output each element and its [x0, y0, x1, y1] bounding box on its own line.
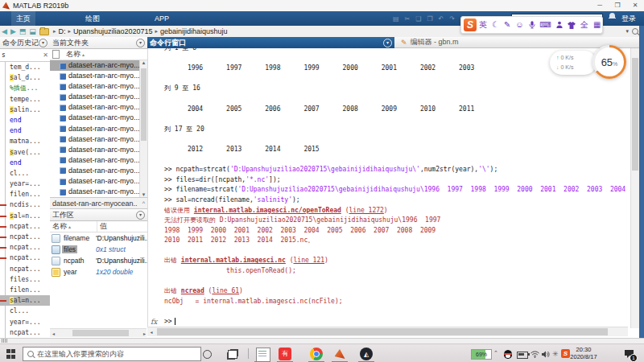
panel-menu-icon[interactable]: ▾: [136, 211, 145, 220]
command-window-output[interactable]: 列 1 至 8 1996 1997 1998 1999 2000 2001 20…: [147, 48, 629, 328]
file-list-item[interactable]: dataset-ran-arc-myo...: [50, 155, 147, 166]
error-link[interactable]: line 1272: [349, 207, 384, 214]
soft-keyboard-icon[interactable]: ⌨: [540, 18, 551, 32]
history-item[interactable]: year=...: [0, 179, 50, 189]
redo-icon[interactable]: ↷: [449, 15, 455, 23]
collapse-icon[interactable]: ^: [142, 200, 145, 206]
history-item[interactable]: tem_d...: [0, 62, 50, 72]
handwriting-icon[interactable]: ✎: [504, 18, 510, 32]
tab-APP[interactable]: APP: [150, 11, 174, 26]
workspace-variable-row[interactable]: filename'D:Upanshujuzili...: [50, 232, 147, 244]
file-list-item[interactable]: dataset-ran-arc-myo...: [50, 113, 147, 123]
tab-绘图[interactable]: 绘图: [80, 11, 105, 26]
matlab-app-icon[interactable]: [333, 348, 346, 360]
ws-value-column[interactable]: 值: [97, 221, 107, 232]
breadcrumb-item[interactable]: Upanshujuziliao2020715: [73, 27, 153, 35]
history-item[interactable]: cl...: [0, 306, 50, 316]
wifi-icon[interactable]: [530, 351, 539, 360]
file-list-item[interactable]: dataset-ran-arc-myo...: [50, 102, 147, 113]
command-window-hscrollbar[interactable]: ◂: [147, 327, 628, 336]
file-list-item[interactable]: dataset-ran-arc-myo...: [50, 81, 147, 92]
history-item[interactable]: filen...: [0, 285, 50, 295]
file-list-item[interactable]: dataset-ran-arc-myo...: [50, 134, 147, 145]
voice-input-icon[interactable]: [529, 21, 535, 29]
history-search-input[interactable]: s ✕: [0, 49, 50, 62]
workspace-variable-row[interactable]: year1x20 double: [50, 266, 147, 278]
qq-icon[interactable]: [504, 350, 512, 359]
task-view-icon[interactable]: [228, 350, 237, 359]
emoji-icon[interactable]: ☺: [515, 18, 523, 32]
volume-icon[interactable]: [542, 351, 550, 360]
chinese-english-toggle[interactable]: 英: [479, 18, 487, 32]
error-link[interactable]: line 61: [212, 287, 239, 294]
command-window-vscrollbar[interactable]: [630, 48, 639, 328]
history-item[interactable]: save(...: [0, 147, 50, 158]
error-link[interactable]: line 121: [294, 257, 325, 264]
history-item[interactable]: end: [0, 158, 50, 168]
workspace-hscrollbar[interactable]: ◂ ▸: [50, 328, 147, 337]
file-list-scrollbar[interactable]: ▲ ▼: [139, 60, 147, 197]
history-item[interactable]: sal=n...: [0, 295, 50, 306]
history-item[interactable]: tempe...: [0, 94, 50, 105]
start-icon[interactable]: [6, 349, 16, 359]
action-center-icon[interactable]: 1: [624, 349, 634, 360]
notification-bell-icon[interactable]: [609, 13, 616, 19]
tray-expand-icon[interactable]: ⌃: [493, 350, 498, 356]
path-dropdown-icon[interactable]: ▾: [625, 28, 629, 35]
night-mode-icon[interactable]: ☾: [492, 18, 499, 32]
browse-folder-icon[interactable]: ⬓: [29, 27, 36, 35]
panel-menu-icon[interactable]: ▾: [39, 39, 47, 47]
copy-icon[interactable]: ❏: [415, 15, 421, 23]
file-list-item[interactable]: dataset-ran-arc-myo...: [50, 60, 147, 71]
paste-icon[interactable]: ❐: [427, 15, 432, 23]
history-item[interactable]: ncpat...: [0, 221, 50, 232]
history-item[interactable]: files...: [0, 274, 50, 285]
chrome-app-icon[interactable]: [310, 348, 323, 360]
history-item[interactable]: ncpat...: [0, 232, 50, 242]
panel-menu-icon[interactable]: ▾: [136, 39, 145, 47]
file-list-item[interactable]: dataset-ran-arc-myo...: [50, 145, 147, 155]
minimize-button[interactable]: ─: [591, 0, 609, 11]
history-item[interactable]: ncpat...: [0, 253, 50, 263]
history-item[interactable]: salin...: [0, 105, 50, 115]
history-item[interactable]: %插值...: [0, 83, 50, 93]
full-half-width-icon[interactable]: 全: [580, 18, 588, 32]
error-link[interactable]: ncread: [181, 287, 204, 294]
breadcrumb-item[interactable]: gebainijidihaiqushuju: [160, 27, 228, 35]
clear-search-icon[interactable]: ✕: [43, 51, 48, 59]
taskbar-search-input[interactable]: 在这里输入你要搜索的内容: [23, 347, 201, 361]
file-list-item[interactable]: dataset-ran-arc-myo...: [50, 166, 147, 176]
document-app-icon[interactable]: [256, 348, 270, 362]
file-list-item[interactable]: dataset-ran-arc-myo...: [50, 187, 147, 197]
history-item[interactable]: end: [0, 115, 50, 125]
undo-icon[interactable]: ↶: [439, 15, 444, 23]
panel-menu-icon[interactable]: ▾: [383, 39, 392, 47]
history-item[interactable]: sal=n...: [0, 211, 50, 221]
history-item[interactable]: ncpat...: [0, 264, 50, 274]
name-column-header[interactable]: 名称 ▴: [50, 49, 147, 60]
tab-主页[interactable]: 主页: [11, 11, 35, 26]
file-detail-bar[interactable]: dataset-ran-arc-myocean.. ^: [50, 197, 147, 209]
history-item[interactable]: end: [0, 125, 50, 136]
person-icon[interactable]: [556, 21, 563, 29]
cut-icon[interactable]: ✂: [405, 15, 411, 23]
ws-name-column[interactable]: 名称▴: [50, 221, 97, 232]
file-list-item[interactable]: dataset-ran-arc-myo...: [50, 71, 147, 81]
error-link[interactable]: internal.matlab.imagesci.nc/openToRead: [194, 207, 341, 214]
history-item[interactable]: ncpat...: [0, 327, 50, 338]
command-window-titlebar[interactable]: 命令行窗口 ▾: [147, 37, 394, 48]
up-folder-icon[interactable]: ⬒: [19, 27, 27, 35]
signin-link[interactable]: 登录: [621, 11, 636, 26]
save-icon[interactable]: ▤: [393, 15, 399, 23]
file-list-item[interactable]: dataset-ran-arc-myo...: [50, 124, 147, 134]
skin-icon[interactable]: [568, 22, 576, 29]
history-item[interactable]: ncdis...: [0, 200, 50, 210]
history-item[interactable]: filen...: [0, 189, 50, 200]
close-button[interactable]: ✕: [626, 0, 644, 11]
history-item[interactable]: sal_d...: [0, 72, 50, 83]
file-list-item[interactable]: dataset-ran-arc-myo...: [50, 92, 147, 102]
workspace-variable-row[interactable]: files0x1 struct: [50, 244, 147, 255]
workspace-variable-row[interactable]: ncpath'D:Upanshujuzili...: [50, 255, 147, 266]
cortana-icon[interactable]: [203, 350, 212, 359]
resize-grip[interactable]: [2, 339, 7, 343]
